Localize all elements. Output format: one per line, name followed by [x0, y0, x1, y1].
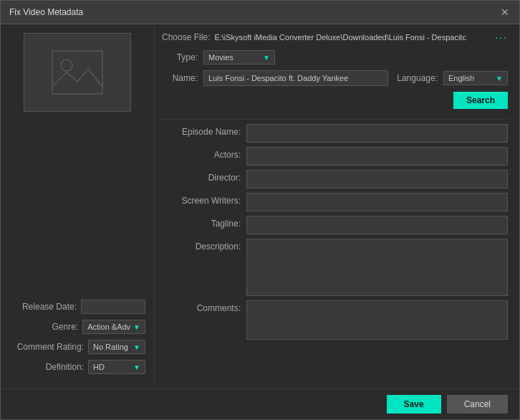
episode-name-row: Episode Name: — [162, 124, 508, 143]
release-date-input[interactable] — [81, 300, 145, 314]
actors-label: Actors: — [162, 147, 241, 160]
actors-row: Actors: — [162, 147, 508, 166]
comment-rating-dropdown[interactable]: No Rating ▼ — [88, 340, 145, 354]
file-row: Choose File: E:\iSkysoft iMedia Converte… — [162, 32, 508, 43]
language-arrow-icon: ▼ — [496, 75, 503, 82]
director-input[interactable] — [246, 170, 508, 188]
tagline-label: Tagline: — [162, 216, 241, 229]
screen-writers-input[interactable] — [246, 193, 508, 211]
description-textarea[interactable] — [246, 239, 508, 296]
dialog-title: Fix Video Metadata — [9, 7, 83, 17]
genre-arrow-icon: ▼ — [133, 323, 140, 331]
actors-input[interactable] — [246, 147, 508, 166]
svg-rect-0 — [52, 51, 102, 94]
type-arrow-icon: ▼ — [263, 54, 270, 62]
definition-dropdown[interactable]: HD ▼ — [88, 360, 145, 374]
dialog-content: Release Date: Genre: Action &Adv ▼ Comme… — [1, 24, 519, 388]
director-label: Director: — [162, 170, 241, 183]
comments-row: Comments: — [162, 300, 508, 340]
description-label: Description: — [162, 239, 241, 252]
type-dropdown[interactable]: Movies ▼ — [203, 50, 275, 65]
episode-name-input[interactable] — [246, 124, 508, 143]
definition-arrow-icon: ▼ — [133, 363, 140, 371]
comments-textarea[interactable] — [246, 300, 508, 340]
svg-point-1 — [61, 59, 72, 71]
right-panel: Choose File: E:\iSkysoft iMedia Converte… — [155, 24, 519, 388]
genre-row: Genre: Action &Adv ▼ — [9, 320, 145, 334]
screen-writers-label: Screen Writers: — [162, 193, 241, 206]
search-row: Search — [162, 92, 508, 109]
file-label: Choose File: — [162, 32, 210, 42]
bottom-bar: Save Cancel — [1, 388, 519, 419]
file-path: E:\iSkysoft iMedia Converter Deluxe\Down… — [214, 33, 491, 42]
fix-video-metadata-dialog: Fix Video Metadata ✕ Release Date: — [0, 0, 520, 420]
type-row: Type: Movies ▼ — [162, 50, 508, 65]
genre-label: Genre: — [52, 322, 78, 332]
name-section: Name: — [162, 70, 388, 86]
divider — [162, 119, 508, 120]
type-label: Type: — [162, 52, 198, 62]
release-date-row: Release Date: — [9, 300, 145, 314]
thumbnail-preview — [24, 33, 131, 112]
comment-rating-row: Comment Rating: No Rating ▼ — [9, 340, 145, 354]
comment-rating-label: Comment Rating: — [17, 342, 84, 352]
save-button[interactable]: Save — [387, 395, 441, 414]
language-section: Language: English ▼ — [397, 71, 508, 85]
language-label: Language: — [397, 73, 438, 83]
left-fields: Release Date: Genre: Action &Adv ▼ Comme… — [9, 300, 145, 380]
comment-rating-arrow-icon: ▼ — [133, 343, 140, 351]
genre-dropdown[interactable]: Action &Adv ▼ — [82, 320, 145, 334]
comments-label: Comments: — [162, 300, 241, 313]
name-label: Name: — [162, 73, 198, 83]
tagline-row: Tagline: — [162, 216, 508, 234]
cancel-button[interactable]: Cancel — [447, 395, 508, 414]
release-date-label: Release Date: — [22, 302, 77, 312]
tagline-input[interactable] — [246, 216, 508, 234]
screen-writers-row: Screen Writers: — [162, 193, 508, 211]
episode-name-label: Episode Name: — [162, 124, 241, 137]
choose-file-button[interactable]: ··· — [495, 32, 508, 43]
close-button[interactable]: ✕ — [499, 6, 511, 18]
definition-label: Definition: — [46, 362, 84, 372]
name-input[interactable] — [203, 70, 388, 86]
name-language-row: Name: Language: English ▼ — [162, 70, 508, 86]
left-panel: Release Date: Genre: Action &Adv ▼ Comme… — [1, 24, 155, 388]
language-dropdown[interactable]: English ▼ — [443, 71, 508, 85]
director-row: Director: — [162, 170, 508, 188]
title-bar: Fix Video Metadata ✕ — [1, 1, 519, 24]
search-button[interactable]: Search — [453, 92, 508, 109]
description-row: Description: — [162, 239, 508, 296]
definition-row: Definition: HD ▼ — [9, 360, 145, 374]
